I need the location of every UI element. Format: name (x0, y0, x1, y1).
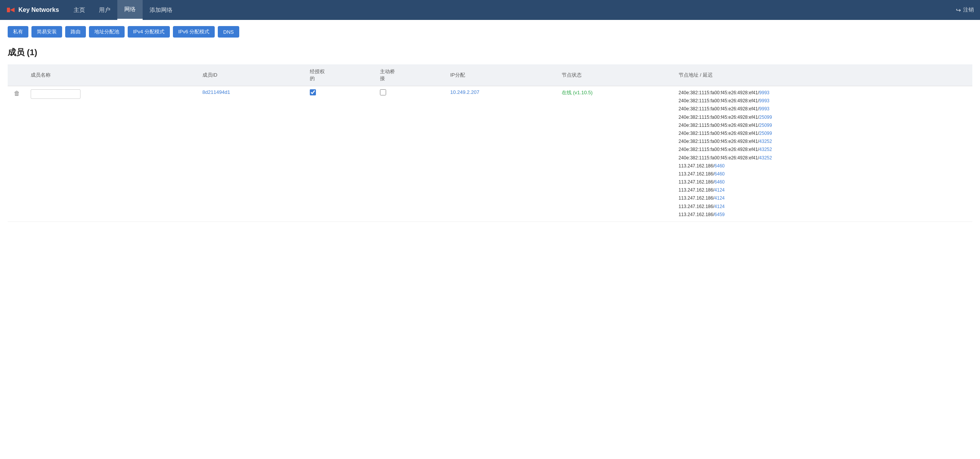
btn-private[interactable]: 私有 (8, 26, 28, 38)
port-number: 25099 (759, 115, 772, 120)
navbar: Key Networks 主页 用户 网络 添加网络 ↪ 注销 (0, 0, 980, 20)
node-status: 在线 (v1.10.5) (562, 90, 593, 95)
members-table-container: 成员名称 成员ID 经授权的 主动桥接 IP分配 节点状态 节点地址 / 延迟 … (0, 64, 980, 222)
nav-item-users[interactable]: 用户 (92, 0, 117, 20)
port-number: 9993 (759, 90, 770, 95)
table-header-row: 成员名称 成员ID 经授权的 主动桥接 IP分配 节点状态 节点地址 / 延迟 (8, 64, 972, 86)
btn-address-pool[interactable]: 地址分配池 (89, 26, 125, 38)
node-address-item: 113.247.162.186/4124 (679, 187, 968, 194)
port-number: 4124 (714, 187, 725, 193)
port-number: 6459 (714, 212, 725, 217)
btn-ipv4-mode[interactable]: IPv4 分配模式 (128, 26, 170, 38)
col-ip: IP分配 (446, 64, 557, 86)
node-address-item: 113.247.162.186/4124 (679, 195, 968, 202)
port-number: 4124 (714, 195, 725, 201)
nav-item-network[interactable]: 网络 (117, 0, 143, 20)
node-addresses: 240e:382:1115:fa00:f45:e26:4928:ef41/999… (679, 89, 968, 218)
bridge-checkbox[interactable] (380, 89, 386, 95)
nav-item-add-network[interactable]: 添加网络 (143, 0, 179, 20)
authorized-checkbox[interactable] (310, 89, 316, 95)
delete-member-button[interactable]: 🗑 (12, 89, 21, 98)
node-address-item: 240e:382:1115:fa00:f45:e26:4928:ef41/250… (679, 130, 968, 137)
ip-assigned: 10.249.2.207 (450, 89, 479, 95)
port-number: 43252 (759, 155, 772, 161)
node-address-item: 240e:382:1115:fa00:f45:e26:4928:ef41/999… (679, 89, 968, 97)
col-delete (8, 64, 26, 86)
logout-icon: ↪ (956, 7, 961, 14)
port-number: 25099 (759, 131, 772, 136)
nav-item-home[interactable]: 主页 (67, 0, 92, 20)
node-address-item: 113.247.162.186/4124 (679, 203, 968, 210)
nav-links: 主页 用户 网络 添加网络 (67, 0, 956, 20)
port-number: 43252 (759, 139, 772, 144)
col-status: 节点状态 (557, 64, 674, 86)
node-address-item: 113.247.162.186/6460 (679, 170, 968, 178)
node-address-item: 113.247.162.186/6460 (679, 179, 968, 186)
btn-ipv6-mode[interactable]: IPv6 分配模式 (173, 26, 215, 38)
brand-name: Key Networks (18, 7, 59, 13)
col-bridge: 主动桥接 (375, 64, 446, 86)
port-number: 9993 (759, 98, 770, 103)
port-number: 4124 (714, 204, 725, 209)
member-name-input[interactable] (31, 89, 81, 99)
node-address-item: 240e:382:1115:fa00:f45:e26:4928:ef41/999… (679, 97, 968, 105)
toolbar: 私有 简易安装 路由 地址分配池 IPv4 分配模式 IPv6 分配模式 DNS (0, 20, 980, 44)
logout-label: 注销 (963, 7, 974, 13)
col-member-id: 成员ID (198, 64, 305, 86)
table-row: 🗑8d211494d110.249.2.207在线 (v1.10.5)240e:… (8, 86, 972, 222)
section-title: 成员 (1) (0, 44, 980, 64)
node-address-item: 240e:382:1115:fa00:f45:e26:4928:ef41/999… (679, 105, 968, 113)
node-address-item: 240e:382:1115:fa00:f45:e26:4928:ef41/250… (679, 114, 968, 121)
node-address-item: 240e:382:1115:fa00:f45:e26:4928:ef41/432… (679, 146, 968, 153)
members-table: 成员名称 成员ID 经授权的 主动桥接 IP分配 节点状态 节点地址 / 延迟 … (8, 64, 972, 222)
node-address-item: 240e:382:1115:fa00:f45:e26:4928:ef41/432… (679, 138, 968, 145)
port-number: 25099 (759, 123, 772, 128)
col-member-name: 成员名称 (26, 64, 198, 86)
btn-dns[interactable]: DNS (218, 26, 239, 38)
brand: Key Networks (6, 5, 59, 15)
btn-route[interactable]: 路由 (65, 26, 86, 38)
btn-easy-install[interactable]: 简易安装 (31, 26, 62, 38)
node-address-item: 113.247.162.186/6459 (679, 211, 968, 218)
node-address-item: 240e:382:1115:fa00:f45:e26:4928:ef41/432… (679, 154, 968, 162)
node-address-item: 113.247.162.186/6460 (679, 162, 968, 170)
member-id-link[interactable]: 8d211494d1 (202, 89, 230, 95)
svg-rect-0 (7, 8, 10, 12)
node-address-item: 240e:382:1115:fa00:f45:e26:4928:ef41/250… (679, 122, 968, 129)
port-number: 6460 (714, 179, 725, 185)
logout-button[interactable]: ↪ 注销 (956, 7, 974, 14)
col-node-addr: 节点地址 / 延迟 (674, 64, 972, 86)
port-number: 9993 (759, 106, 770, 111)
brand-icon (6, 5, 15, 15)
port-number: 6460 (714, 171, 725, 177)
port-number: 6460 (714, 163, 725, 169)
col-authorized: 经授权的 (305, 64, 375, 86)
port-number: 43252 (759, 147, 772, 152)
